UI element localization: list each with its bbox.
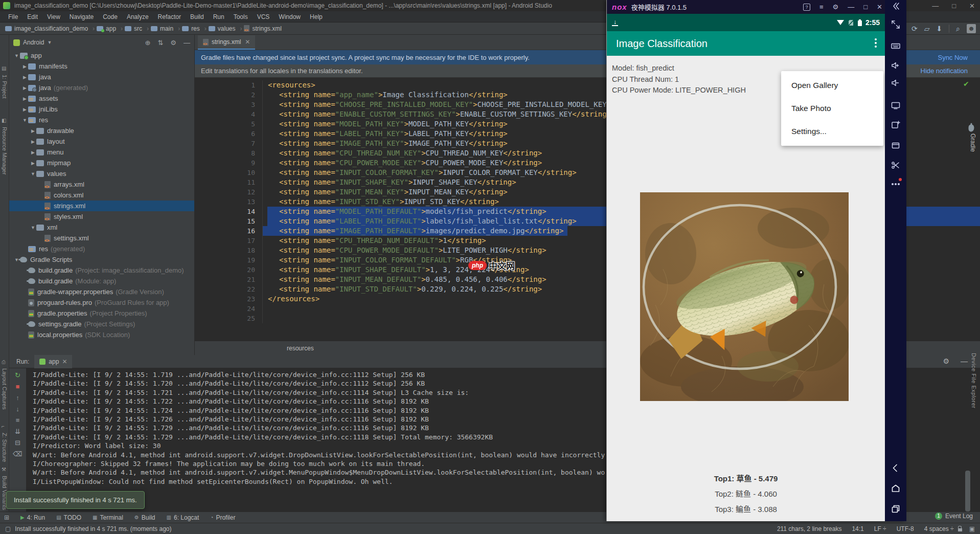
- collapsed-arrow-icon[interactable]: ▶: [21, 96, 28, 101]
- menu-build[interactable]: Build: [186, 12, 208, 21]
- status-widget[interactable]: 14:1: [852, 525, 863, 532]
- tree-item-build-gradle[interactable]: build.gradle(Module: app): [9, 276, 194, 286]
- tool-window-button-logcat[interactable]: ▥6: Logcat: [167, 514, 199, 521]
- tree-item-drawable[interactable]: ▶drawable: [9, 125, 194, 136]
- collapse-icon[interactable]: [891, 1, 901, 11]
- tool-strip-resource-manager[interactable]: Resource Manager: [2, 127, 8, 175]
- scroll-to-end-icon[interactable]: ⇊: [15, 428, 20, 435]
- breadcrumb-resources[interactable]: resources: [287, 345, 314, 352]
- tree-item-styles-xml[interactable]: styles.xml: [9, 211, 194, 222]
- event-log-button[interactable]: 1 Event Log: [935, 513, 973, 520]
- window-close-button[interactable]: ✕: [969, 2, 975, 10]
- tree-item-app[interactable]: ▼app: [9, 50, 194, 61]
- menu-analyze[interactable]: Analyze: [123, 12, 153, 21]
- breadcrumb-strings.xml[interactable]: strings.xml: [244, 25, 281, 32]
- locate-icon[interactable]: ⊕: [145, 39, 151, 47]
- expanded-arrow-icon[interactable]: ▼: [13, 53, 20, 58]
- tree-item-res[interactable]: ▼res: [9, 115, 194, 125]
- app-window-icon[interactable]: [891, 140, 901, 150]
- device-file-explorer-tab[interactable]: Device File Explorer: [971, 353, 977, 408]
- collapsed-arrow-icon[interactable]: ▶: [21, 107, 28, 112]
- tree-item-strings-xml[interactable]: strings.xml: [9, 201, 194, 211]
- collapsed-arrow-icon[interactable]: ▶: [21, 85, 28, 91]
- menu-item-open-gallery[interactable]: Open Gallery: [781, 74, 883, 97]
- tree-item-gradle-scripts[interactable]: ▼Gradle Scripts: [9, 254, 194, 265]
- tool-window-button-profiler[interactable]: ◔Profiler: [210, 514, 235, 521]
- nav-recents-icon[interactable]: [891, 504, 901, 514]
- collapsed-arrow-icon[interactable]: ▶: [30, 128, 36, 134]
- tool-strip-z-structure[interactable]: Z: Structure: [2, 433, 8, 462]
- status-widget[interactable]: UTF-8: [897, 525, 914, 532]
- toolbar-avd-manager-icon[interactable]: ▱: [924, 25, 930, 33]
- tree-item-values[interactable]: ▼values: [9, 168, 194, 179]
- indicator-icon[interactable]: ▣: [969, 525, 975, 532]
- prev-occurrence-icon[interactable]: ↑: [16, 394, 19, 402]
- menu-item-settings-[interactable]: Settings...: [781, 120, 883, 143]
- tree-item-build-gradle[interactable]: build.gradle(Project: image_classificati…: [9, 265, 194, 276]
- window-maximize-button[interactable]: □: [952, 2, 956, 10]
- keyboard-icon[interactable]: [891, 41, 901, 51]
- hide-notification-link[interactable]: Hide notification: [921, 67, 974, 75]
- run-minimize-icon[interactable]: —: [961, 357, 968, 365]
- menu-refactor[interactable]: Refactor: [154, 12, 185, 21]
- breadcrumb-src[interactable]: src›: [125, 25, 149, 32]
- fullscreen-icon[interactable]: [891, 19, 901, 30]
- expanded-arrow-icon[interactable]: ▼: [21, 118, 28, 123]
- tree-item-local-properties[interactable]: local.properties(SDK Location): [9, 329, 194, 340]
- tree-item-gradle-properties[interactable]: gradle.properties(Project Properties): [9, 308, 194, 319]
- gear-icon[interactable]: ⚙: [170, 39, 176, 47]
- breadcrumb-values[interactable]: values›: [209, 25, 242, 32]
- close-icon[interactable]: ✕: [877, 3, 882, 11]
- more-icon[interactable]: [891, 179, 901, 189]
- tree-item-layout[interactable]: ▶layout: [9, 136, 194, 147]
- menu-code[interactable]: Code: [99, 12, 122, 21]
- run-settings-gear-icon[interactable]: ⚙: [943, 357, 949, 365]
- menu-edit[interactable]: Edit: [23, 12, 42, 21]
- gradle-tool-tab[interactable]: Gradle: [968, 125, 978, 152]
- tree-item-settings-gradle[interactable]: settings.gradle(Project Settings): [9, 319, 194, 329]
- collapse-all-icon[interactable]: ⇅: [157, 39, 163, 47]
- overflow-menu-icon[interactable]: [875, 38, 877, 48]
- tree-item-java[interactable]: ▶java(generated): [9, 82, 194, 93]
- run-console[interactable]: I/Paddle-Lite: [I 9/ 2 14:55: 1.719 ...a…: [33, 370, 605, 508]
- expanded-arrow-icon[interactable]: ▼: [30, 171, 36, 176]
- tab-strings-xml[interactable]: strings.xml ✕: [198, 35, 255, 50]
- breadcrumb-main[interactable]: main›: [151, 25, 180, 32]
- tree-item-assets[interactable]: ▶assets: [9, 93, 194, 104]
- toolbar-avatar-icon[interactable]: ☻: [967, 24, 976, 33]
- breadcrumb-res[interactable]: res›: [182, 25, 207, 32]
- soft-wrap-icon[interactable]: ≡: [16, 416, 20, 424]
- install-apk-icon[interactable]: [891, 120, 901, 130]
- tool-window-button-todo[interactable]: ▤TODO: [56, 514, 81, 521]
- screenshot-icon[interactable]: [891, 160, 901, 170]
- menu-tools[interactable]: Tools: [230, 12, 252, 21]
- status-widget[interactable]: 4 spaces ÷: [924, 525, 954, 532]
- rerun-icon[interactable]: ↻: [15, 371, 20, 379]
- tool-window-button-build[interactable]: ⚙Build: [134, 514, 155, 521]
- tree-item-proguard-rules-pro[interactable]: proguard-rules.pro(ProGuard Rules for ap…: [9, 297, 194, 308]
- next-occurrence-icon[interactable]: ↓: [16, 405, 19, 413]
- menu-run[interactable]: Run: [209, 12, 229, 21]
- breadcrumb-app[interactable]: app›: [97, 25, 123, 32]
- sync-now-link[interactable]: Sync Now: [938, 54, 974, 61]
- tree-item-gradle-wrapper-properties[interactable]: gradle-wrapper.properties(Gradle Version…: [9, 286, 194, 297]
- print-icon[interactable]: ⊟: [15, 439, 20, 447]
- tool-strip-layout-captures[interactable]: Layout Captures: [2, 368, 8, 410]
- tree-item-res[interactable]: res(generated): [9, 243, 194, 254]
- tree-item-settings-xml[interactable]: settings.xml: [9, 233, 194, 243]
- minimize-icon[interactable]: —: [848, 3, 854, 11]
- tree-item-colors-xml[interactable]: colors.xml: [9, 190, 194, 201]
- nav-home-icon[interactable]: [891, 483, 901, 494]
- nav-back-icon[interactable]: [891, 463, 901, 473]
- settings-gear-icon[interactable]: ⚙: [833, 3, 839, 11]
- expanded-arrow-icon[interactable]: ▼: [30, 225, 36, 230]
- run-tab-app[interactable]: app ✕: [34, 355, 72, 368]
- help-icon[interactable]: ?: [803, 4, 810, 11]
- status-widget[interactable]: LF ÷: [874, 525, 886, 532]
- menu-vcs[interactable]: VCS: [253, 12, 274, 21]
- menu-view[interactable]: View: [43, 12, 64, 21]
- console-scrollbar[interactable]: [965, 471, 970, 511]
- lock-icon[interactable]: [958, 528, 962, 531]
- collapsed-arrow-icon[interactable]: ▶: [30, 150, 36, 155]
- hide-panel-icon[interactable]: —: [184, 39, 190, 47]
